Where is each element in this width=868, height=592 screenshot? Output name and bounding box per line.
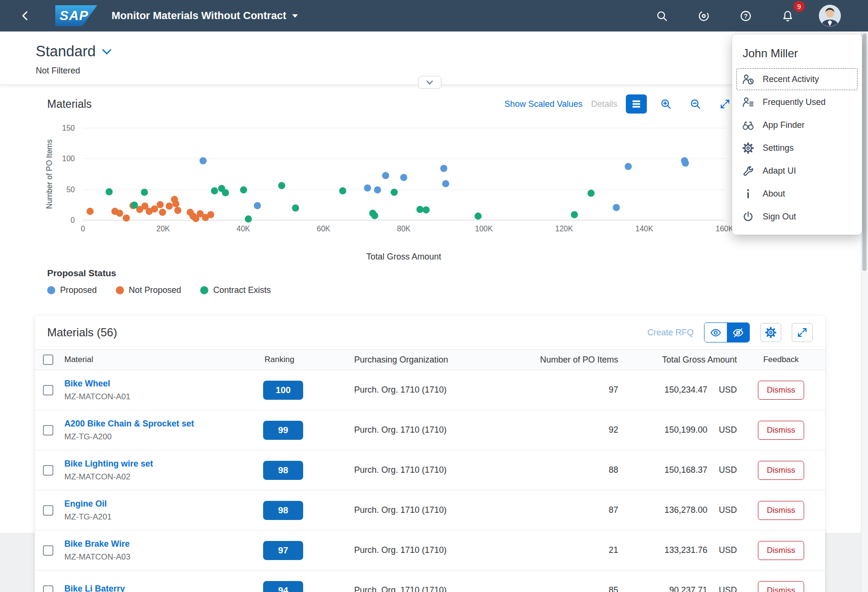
gross-amount: 133,231.76	[664, 545, 707, 555]
data-point-contract-exists[interactable]	[423, 207, 430, 214]
data-point-contract-exists[interactable]	[141, 188, 148, 196]
data-point-not-proposed[interactable]	[116, 209, 123, 217]
x-tick: 80K	[397, 225, 410, 233]
dismiss-button[interactable]: Dismiss	[758, 421, 805, 440]
back-button[interactable]	[14, 5, 36, 27]
ranking-badge: 98	[263, 501, 303, 520]
show-details-button[interactable]	[705, 323, 727, 342]
materials-table-section: Materials (56) Create RFQ Material Ranki…	[35, 316, 825, 592]
data-point-not-proposed[interactable]	[207, 211, 214, 218]
dismiss-button[interactable]: Dismiss	[758, 581, 805, 592]
data-point-proposed[interactable]	[625, 163, 632, 170]
material-code: MZ-MATCON-A01	[64, 392, 247, 402]
legend-dot	[116, 286, 124, 294]
dismiss-button[interactable]: Dismiss	[758, 381, 805, 400]
app-title-menu[interactable]: Monitor Materials Without Contract	[112, 10, 298, 22]
collapse-header-button[interactable]	[418, 76, 441, 89]
menu-item-recent-activity[interactable]: Recent Activity	[736, 68, 858, 91]
row-checkbox[interactable]	[43, 585, 53, 592]
notification-badge: 9	[794, 1, 805, 12]
data-point-contract-exists[interactable]	[222, 189, 229, 197]
data-point-proposed[interactable]	[374, 186, 381, 193]
data-point-contract-exists[interactable]	[245, 216, 252, 223]
data-point-proposed[interactable]	[442, 180, 449, 187]
dismiss-button[interactable]: Dismiss	[758, 501, 805, 520]
purchasing-org: Purch. Org. 1710 (1710)	[354, 425, 507, 435]
data-point-not-proposed[interactable]	[165, 203, 173, 210]
dismiss-button[interactable]: Dismiss	[758, 461, 805, 480]
sign-out-icon	[742, 210, 755, 223]
chart-table-toggle-button[interactable]	[626, 94, 647, 114]
y-tick: 150	[62, 124, 75, 133]
data-point-contract-exists[interactable]	[240, 186, 247, 193]
menu-item-adapt-ui[interactable]: Adapt UI	[736, 159, 858, 182]
menu-item-about[interactable]: About	[736, 182, 858, 205]
hide-details-button[interactable]	[727, 323, 749, 342]
data-point-contract-exists[interactable]	[371, 212, 378, 219]
data-point-proposed[interactable]	[682, 160, 689, 167]
menu-item-frequently-used[interactable]: Frequently Used	[736, 91, 858, 114]
zoom-out-button[interactable]	[685, 94, 706, 114]
row-checkbox[interactable]	[43, 425, 53, 436]
app-title: Monitor Materials Without Contract	[112, 10, 286, 22]
data-point-not-proposed[interactable]	[123, 214, 130, 221]
row-checkbox[interactable]	[43, 545, 53, 556]
data-point-proposed[interactable]	[200, 157, 207, 165]
copilot-button[interactable]	[693, 5, 715, 27]
scrollbar-thumb[interactable]	[862, 33, 867, 271]
menu-item-sign-out[interactable]: Sign Out	[736, 205, 858, 228]
row-checkbox[interactable]	[43, 465, 53, 476]
legend-item-contract-exists[interactable]: Contract Exists	[200, 285, 271, 295]
material-link[interactable]: Bike Lighting wire set	[64, 459, 247, 469]
data-point-contract-exists[interactable]	[211, 187, 218, 195]
data-point-proposed[interactable]	[613, 204, 620, 211]
help-button[interactable]: ?	[735, 5, 756, 27]
show-scaled-values-link[interactable]: Show Scaled Values	[504, 99, 582, 109]
y-tick: 50	[66, 186, 75, 194]
data-point-contract-exists[interactable]	[292, 205, 299, 212]
material-link[interactable]: Bike Wheel	[64, 379, 247, 389]
material-link[interactable]: A200 Bike Chain & Sprocket set	[64, 419, 247, 429]
data-point-proposed[interactable]	[440, 165, 448, 172]
row-checkbox[interactable]	[43, 505, 53, 516]
data-point-proposed[interactable]	[400, 174, 408, 181]
data-point-contract-exists[interactable]	[339, 187, 347, 195]
zoom-in-button[interactable]	[655, 94, 676, 114]
user-avatar[interactable]	[818, 4, 841, 27]
table-settings-button[interactable]	[760, 323, 781, 342]
data-point-not-proposed[interactable]	[174, 207, 181, 214]
material-link[interactable]: Bike Brake Wire	[64, 539, 247, 549]
legend-dot	[200, 286, 208, 294]
data-point-contract-exists[interactable]	[390, 188, 398, 196]
select-all-checkbox[interactable]	[43, 354, 53, 365]
material-link[interactable]: Engine Oil	[64, 499, 247, 509]
dismiss-button[interactable]: Dismiss	[758, 541, 805, 560]
create-rfq-button[interactable]: Create RFQ	[647, 328, 694, 338]
data-point-not-proposed[interactable]	[87, 208, 94, 215]
material-link[interactable]: Bike Li Baterry	[64, 584, 247, 592]
search-button[interactable]	[651, 5, 673, 27]
menu-item-app-finder[interactable]: App Finder	[736, 114, 858, 136]
data-point-proposed[interactable]	[382, 172, 389, 179]
data-point-not-proposed[interactable]	[156, 201, 163, 208]
x-axis-line	[83, 220, 725, 220]
table-fullscreen-button[interactable]	[792, 323, 813, 342]
data-point-contract-exists[interactable]	[278, 182, 286, 189]
row-checkbox[interactable]	[43, 385, 53, 395]
data-point-contract-exists[interactable]	[587, 190, 594, 197]
data-point-contract-exists[interactable]	[105, 188, 112, 195]
data-point-contract-exists[interactable]	[475, 213, 482, 220]
data-point-proposed[interactable]	[364, 184, 371, 191]
data-point-not-proposed[interactable]	[173, 200, 180, 208]
sap-logo[interactable]: SAP	[55, 5, 97, 26]
legend-item-not-proposed[interactable]: Not Proposed	[116, 285, 181, 295]
data-point-contract-exists[interactable]	[131, 201, 138, 208]
legend-item-proposed[interactable]: Proposed	[47, 285, 97, 295]
data-point-proposed[interactable]	[254, 202, 261, 209]
data-point-not-proposed[interactable]	[159, 209, 166, 216]
vertical-scrollbar[interactable]	[861, 31, 868, 592]
data-point-contract-exists[interactable]	[571, 211, 578, 218]
currency: USD	[719, 505, 737, 515]
variant-selector[interactable]: Standard	[36, 43, 112, 60]
menu-item-settings[interactable]: Settings	[736, 136, 858, 159]
